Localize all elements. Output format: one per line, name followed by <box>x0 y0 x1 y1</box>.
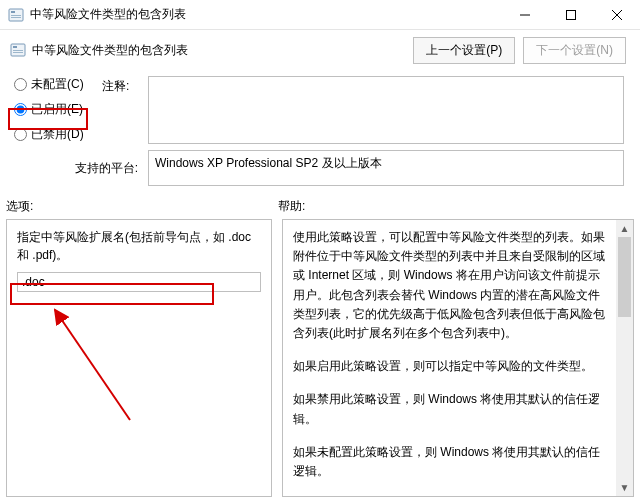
setting-title: 中等风险文件类型的包含列表 <box>32 42 413 59</box>
scroll-thumb[interactable] <box>618 237 631 317</box>
help-paragraph-4: 如果未配置此策略设置，则 Windows 将使用其默认的信任逻辑。 <box>293 443 607 481</box>
extensions-description: 指定中等风险扩展名(包括前导句点，如 .doc 和 .pdf)。 <box>17 228 261 264</box>
svg-rect-1 <box>11 11 15 13</box>
supported-on-value: Windows XP Professional SP2 及以上版本 <box>148 150 624 186</box>
next-setting-button[interactable]: 下一个设置(N) <box>523 37 626 64</box>
help-label: 帮助: <box>278 198 630 215</box>
radio-not-configured-input[interactable] <box>14 78 27 91</box>
radio-enabled[interactable]: 已启用(E) <box>14 101 102 118</box>
section-labels: 选项: 帮助: <box>0 194 640 219</box>
radio-disabled-label: 已禁用(D) <box>31 126 84 143</box>
options-panel: 指定中等风险扩展名(包括前导句点，如 .doc 和 .pdf)。 <box>6 219 272 497</box>
svg-rect-2 <box>11 15 21 16</box>
radio-not-configured[interactable]: 未配置(C) <box>14 76 102 93</box>
state-radio-group: 未配置(C) 已启用(E) 已禁用(D) <box>14 76 102 143</box>
svg-rect-9 <box>13 46 17 48</box>
svg-rect-5 <box>567 10 576 19</box>
nav-buttons: 上一个设置(P) 下一个设置(N) <box>413 37 626 64</box>
scroll-up-arrow[interactable]: ▲ <box>616 220 633 237</box>
extensions-input[interactable] <box>17 272 261 292</box>
policy-icon <box>10 42 26 58</box>
minimize-button[interactable] <box>502 0 548 29</box>
sub-header: 中等风险文件类型的包含列表 上一个设置(P) 下一个设置(N) <box>0 30 640 70</box>
app-icon <box>8 7 24 23</box>
close-button[interactable] <box>594 0 640 29</box>
svg-rect-3 <box>11 17 21 18</box>
title-bar: 中等风险文件类型的包含列表 <box>0 0 640 30</box>
panels: 指定中等风险扩展名(包括前导句点，如 .doc 和 .pdf)。 使用此策略设置… <box>0 219 640 503</box>
radio-not-configured-label: 未配置(C) <box>31 76 84 93</box>
help-paragraph-3: 如果禁用此策略设置，则 Windows 将使用其默认的信任逻辑。 <box>293 390 607 428</box>
svg-rect-10 <box>13 50 23 51</box>
window-title: 中等风险文件类型的包含列表 <box>30 6 502 23</box>
supported-on-label: 支持的平台: <box>14 160 148 177</box>
help-paragraph-1: 使用此策略设置，可以配置中等风险文件类型的列表。如果附件位于中等风险文件类型的列… <box>293 228 607 343</box>
config-section: 未配置(C) 已启用(E) 已禁用(D) 注释: 支持的平台: Windows … <box>0 70 640 188</box>
radio-enabled-input[interactable] <box>14 103 27 116</box>
help-paragraph-2: 如果启用此策略设置，则可以指定中等风险的文件类型。 <box>293 357 607 376</box>
previous-setting-button[interactable]: 上一个设置(P) <box>413 37 515 64</box>
help-scrollbar[interactable]: ▲ ▼ <box>616 220 633 496</box>
comment-label: 注释: <box>102 76 148 95</box>
radio-enabled-label: 已启用(E) <box>31 101 83 118</box>
window-controls <box>502 0 640 29</box>
comment-textarea[interactable] <box>148 76 624 144</box>
radio-disabled-input[interactable] <box>14 128 27 141</box>
help-panel: 使用此策略设置，可以配置中等风险文件类型的列表。如果附件位于中等风险文件类型的列… <box>282 219 634 497</box>
svg-rect-11 <box>13 52 23 53</box>
maximize-button[interactable] <box>548 0 594 29</box>
radio-disabled[interactable]: 已禁用(D) <box>14 126 102 143</box>
scroll-down-arrow[interactable]: ▼ <box>616 479 633 496</box>
options-label: 选项: <box>6 198 278 215</box>
